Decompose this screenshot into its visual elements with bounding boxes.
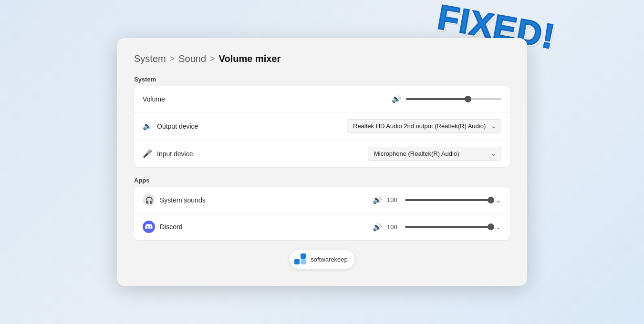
volume-slider-track[interactable] bbox=[406, 98, 501, 100]
discord-chevron[interactable]: ⌄ bbox=[496, 223, 501, 231]
input-device-label: 🎤 Input device bbox=[143, 149, 368, 158]
system-sounds-row: 🎧 System sounds 🔊 100 ⌄ bbox=[134, 187, 510, 213]
system-sounds-control: 🔊 100 ⌄ bbox=[373, 195, 501, 204]
input-device-control: Microphone (Realtek(R) Audio) Default De… bbox=[368, 147, 501, 161]
window-card: System > Sound > Volume mixer System Vol… bbox=[117, 38, 527, 286]
input-device-dropdown-wrapper: Microphone (Realtek(R) Audio) Default De… bbox=[368, 147, 501, 161]
system-sounds-text: System sounds bbox=[160, 196, 206, 204]
volume-control: 🔊 bbox=[392, 94, 501, 103]
volume-row: Volume 🔊 bbox=[134, 86, 510, 112]
system-section-label: System bbox=[134, 76, 510, 83]
volume-label: Volume bbox=[143, 95, 392, 103]
breadcrumb: System > Sound > Volume mixer bbox=[134, 53, 510, 64]
breadcrumb-system: System bbox=[134, 53, 166, 64]
mic-icon: 🎤 bbox=[143, 149, 152, 158]
speaker-icon: 🔊 bbox=[392, 94, 401, 103]
discord-icon bbox=[143, 221, 155, 233]
output-device-row: 🔈 Output device Realtek HD Audio 2nd out… bbox=[134, 112, 510, 140]
volume-slider-fill bbox=[406, 98, 468, 100]
input-device-select[interactable]: Microphone (Realtek(R) Audio) Default De… bbox=[368, 147, 501, 161]
output-icon: 🔈 bbox=[143, 122, 152, 131]
system-sounds-slider-thumb[interactable] bbox=[488, 197, 494, 203]
volume-text: Volume bbox=[143, 95, 165, 103]
breadcrumb-sep-2: > bbox=[210, 54, 215, 64]
headphones-icon: 🎧 bbox=[143, 194, 155, 206]
system-sounds-slider-track[interactable] bbox=[405, 199, 491, 201]
system-sounds-speaker-icon: 🔊 bbox=[373, 195, 382, 204]
input-device-row: 🎤 Input device Microphone (Realtek(R) Au… bbox=[134, 140, 510, 167]
apps-card-group: 🎧 System sounds 🔊 100 ⌄ bbox=[134, 187, 510, 240]
breadcrumb-volume-mixer: Volume mixer bbox=[219, 53, 281, 64]
svg-rect-2 bbox=[301, 259, 306, 264]
system-sounds-chevron[interactable]: ⌄ bbox=[496, 196, 501, 204]
discord-volume: 100 bbox=[387, 223, 400, 231]
svg-rect-1 bbox=[301, 253, 306, 259]
output-device-label: 🔈 Output device bbox=[143, 122, 347, 131]
discord-label: Discord bbox=[143, 221, 373, 233]
output-device-dropdown-wrapper: Realtek HD Audio 2nd output (Realtek(R) … bbox=[347, 119, 501, 133]
outer-wrapper: FIXED! System > Sound > Volume mixer Sys… bbox=[117, 38, 527, 286]
system-card-group: Volume 🔊 🔈 Output device bbox=[134, 86, 510, 167]
softwarekeep-logo-text: softwarekeep bbox=[311, 256, 347, 263]
breadcrumb-sep-1: > bbox=[170, 54, 175, 64]
discord-text: Discord bbox=[160, 223, 182, 231]
logo-bar: softwarekeep bbox=[134, 250, 510, 269]
apps-section-label: Apps bbox=[134, 177, 510, 184]
discord-row: Discord 🔊 100 ⌄ bbox=[134, 213, 510, 240]
output-device-text: Output device bbox=[157, 122, 198, 130]
discord-control: 🔊 100 ⌄ bbox=[373, 223, 501, 232]
discord-slider-thumb[interactable] bbox=[488, 223, 494, 230]
output-device-control: Realtek HD Audio 2nd output (Realtek(R) … bbox=[347, 119, 501, 133]
breadcrumb-sound: Sound bbox=[178, 53, 206, 64]
input-device-text: Input device bbox=[157, 150, 193, 158]
discord-slider-track[interactable] bbox=[405, 226, 491, 228]
volume-slider-thumb[interactable] bbox=[465, 96, 471, 102]
discord-speaker-icon: 🔊 bbox=[373, 223, 382, 232]
svg-rect-0 bbox=[294, 259, 300, 264]
output-device-select[interactable]: Realtek HD Audio 2nd output (Realtek(R) … bbox=[347, 119, 501, 133]
softwarekeep-logo-icon bbox=[293, 253, 307, 266]
system-sounds-volume: 100 bbox=[387, 196, 400, 203]
system-sounds-label: 🎧 System sounds bbox=[143, 194, 373, 206]
logo-badge: softwarekeep bbox=[290, 250, 354, 269]
